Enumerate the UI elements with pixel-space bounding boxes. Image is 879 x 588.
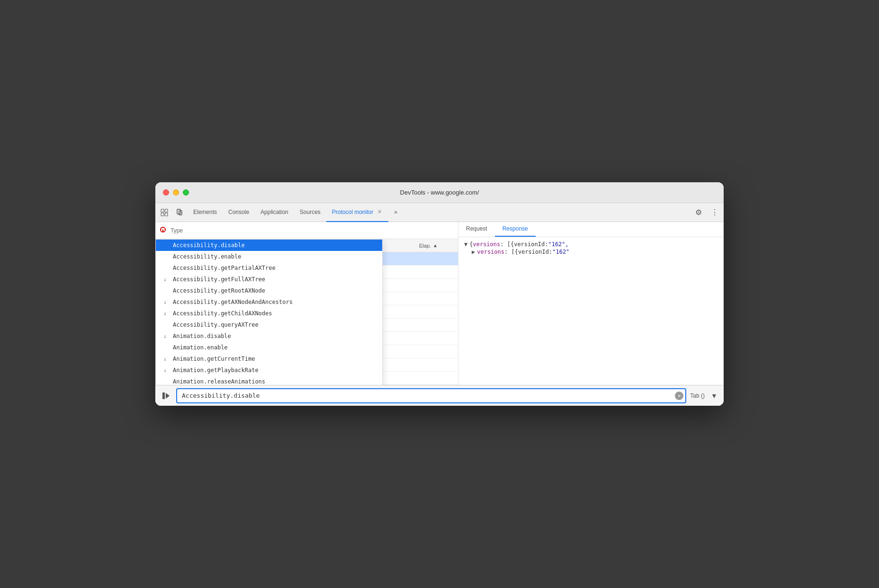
tab-protocol-monitor[interactable]: Protocol monitor ✕ [326, 203, 388, 222]
filter-label [159, 226, 167, 235]
autocomplete-label: Animation.releaseAnimations [173, 378, 265, 385]
table-area: Type se Elap. ▲ i [155, 239, 458, 385]
tab-more[interactable]: » [388, 203, 403, 222]
svg-rect-3 [165, 213, 168, 216]
inspect-icon-button[interactable] [157, 205, 171, 220]
main-content: Type Type se Elap. ▲ [155, 222, 724, 385]
autocomplete-label: Accessibility.queryAXTree [173, 321, 259, 328]
autocomplete-item-4[interactable]: Accessibility.getRootAXNode [156, 285, 382, 296]
tab-application[interactable]: Application [255, 203, 294, 222]
json-key-versionid: versionId [514, 241, 545, 248]
devtools-container: Elements Console Application Sources Pro… [155, 203, 724, 406]
tab-console[interactable]: Console [223, 203, 255, 222]
autocomplete-item-3[interactable]: ↓ Accessibility.getFullAXTree [156, 274, 382, 285]
json-brace: { [469, 241, 473, 248]
toolbar: Elements Console Application Sources Pro… [155, 203, 724, 222]
autocomplete-item-0[interactable]: Accessibility.disable [156, 240, 382, 251]
svg-rect-7 [162, 229, 163, 232]
tab-request[interactable]: Request [458, 222, 495, 237]
run-button[interactable] [159, 389, 172, 402]
command-input[interactable] [176, 388, 686, 403]
autocomplete-label: Accessibility.enable [173, 253, 242, 260]
json-key-versionid2: versionId [518, 249, 549, 255]
svg-rect-2 [161, 213, 164, 216]
json-value-162b: "162" [552, 249, 569, 255]
devtools-window: DevTools - www.google.com/ [155, 182, 724, 406]
autocomplete-item-2[interactable]: Accessibility.getPartialAXTree [156, 262, 382, 274]
autocomplete-label: Accessibility.getAXNodeAndAncestors [173, 299, 293, 305]
expand-icon[interactable]: ▼ [464, 241, 467, 248]
input-container: × [176, 388, 686, 403]
json-line-1: ▼ { versions : [{ versionId : "162", [464, 241, 718, 248]
item-arrow-icon: ↓ [163, 333, 169, 339]
autocomplete-label: Accessibility.getRootAXNode [173, 287, 265, 294]
tab-hint: Tab () [690, 392, 705, 399]
item-arrow-icon: ↓ [163, 299, 169, 305]
svg-rect-0 [161, 209, 164, 212]
bottom-bar: × Tab () ▼ [155, 385, 724, 406]
json-colon3: : [{ [504, 249, 518, 255]
autocomplete-item-1[interactable]: Accessibility.enable [156, 251, 382, 262]
autocomplete-label: Animation.enable [173, 344, 228, 351]
svg-rect-1 [165, 209, 168, 212]
filter-row: Type [155, 222, 458, 239]
autocomplete-item-12[interactable]: Animation.releaseAnimations [156, 376, 382, 385]
json-value-162: "162", [548, 241, 568, 248]
toolbar-right: ⚙ ⋮ [691, 205, 722, 220]
autocomplete-label: Accessibility.getPartialAXTree [173, 265, 276, 271]
type-label: Type [170, 227, 183, 234]
window-title: DevTools - www.google.com/ [400, 189, 479, 196]
json-colon4: : [549, 249, 552, 255]
json-colon: : [{ [500, 241, 514, 248]
more-options-button[interactable]: ⋮ [708, 205, 722, 220]
maximize-button[interactable] [183, 189, 189, 196]
autocomplete-label: Animation.getPlaybackRate [173, 367, 259, 374]
traffic-lights [163, 189, 189, 196]
json-key-versions2: versions [477, 249, 504, 255]
collapse-icon[interactable]: ▶ [472, 249, 475, 255]
autocomplete-item-7[interactable]: Accessibility.queryAXTree [156, 319, 382, 330]
panel-content: ▼ { versions : [{ versionId : "162", ▶ v… [458, 237, 724, 385]
title-bar: DevTools - www.google.com/ [155, 182, 724, 203]
left-panel: Type Type se Elap. ▲ [155, 222, 458, 385]
autocomplete-dropdown: Accessibility.disable Accessibility.enab… [155, 239, 383, 385]
autocomplete-item-10[interactable]: ↓ Animation.getCurrentTime [156, 353, 382, 365]
item-arrow-icon: ↓ [163, 367, 169, 374]
dropdown-button[interactable]: ▼ [709, 389, 720, 402]
autocomplete-item-8[interactable]: ↓ Animation.disable [156, 330, 382, 342]
close-button[interactable] [163, 189, 169, 196]
svg-marker-9 [166, 393, 170, 399]
item-arrow-icon: ↓ [163, 276, 169, 283]
json-line-2: ▶ versions : [{ versionId : "162" [464, 249, 718, 255]
autocomplete-item-5[interactable]: ↓ Accessibility.getAXNodeAndAncestors [156, 296, 382, 308]
th-elapsed[interactable]: Elap. ▲ [415, 243, 458, 249]
autocomplete-item-6[interactable]: ↓ Accessibility.getChildAXNodes [156, 308, 382, 319]
autocomplete-label: Accessibility.getFullAXTree [173, 276, 265, 283]
gear-icon: ⚙ [695, 208, 702, 217]
json-key-versions: versions [473, 241, 500, 248]
item-arrow-icon: ↓ [163, 310, 169, 317]
clear-input-button[interactable]: × [675, 392, 683, 400]
tab-close-icon[interactable]: ✕ [376, 209, 383, 215]
device-toolbar-icon-button[interactable] [172, 205, 187, 220]
right-panel: Request Response ▼ { versions : [{ versi… [458, 222, 724, 385]
settings-icon-button[interactable]: ⚙ [691, 205, 706, 220]
autocomplete-label: Animation.getCurrentTime [173, 356, 255, 362]
tab-sources[interactable]: Sources [294, 203, 326, 222]
item-arrow-icon: ↓ [163, 356, 169, 362]
chevron-down-icon: ▼ [711, 392, 718, 400]
autocomplete-item-9[interactable]: Animation.enable [156, 342, 382, 353]
sort-icon: ▲ [433, 243, 438, 248]
autocomplete-label: Animation.disable [173, 333, 231, 339]
autocomplete-label: Accessibility.disable [173, 242, 245, 249]
tab-response[interactable]: Response [495, 222, 536, 237]
panel-tabs: Request Response [458, 222, 724, 237]
clear-icon: × [678, 393, 681, 399]
svg-rect-8 [162, 392, 165, 399]
tab-elements[interactable]: Elements [188, 203, 223, 222]
more-icon: ⋮ [711, 208, 718, 217]
minimize-button[interactable] [173, 189, 179, 196]
autocomplete-item-11[interactable]: ↓ Animation.getPlaybackRate [156, 365, 382, 376]
autocomplete-label: Accessibility.getChildAXNodes [173, 310, 272, 317]
tab-bar: Elements Console Application Sources Pro… [188, 203, 691, 222]
